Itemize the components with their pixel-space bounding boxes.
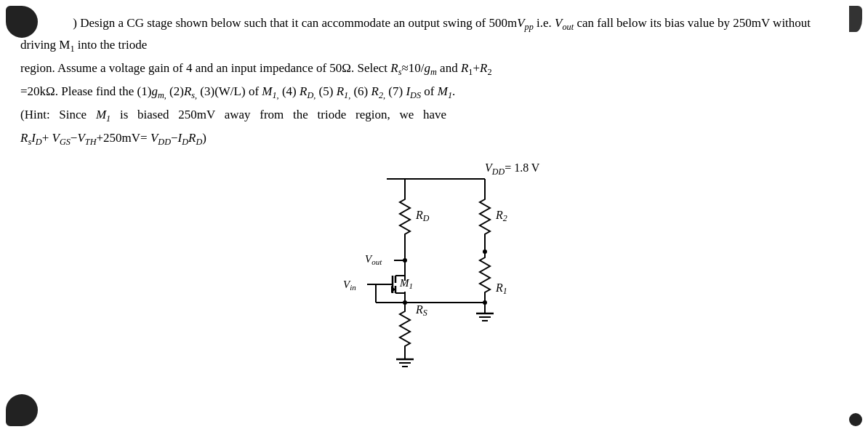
circuit-svg: VDD= 1.8 V RD R2 Vout (260, 157, 608, 368)
line1: ) Design a CG stage shown below such tha… (20, 13, 848, 57)
vout-label-text: Vout (365, 253, 382, 266)
r1-resistor (480, 252, 490, 303)
line3: =20kΩ. Please find the (1)gm, (2)Rs, (3)… (20, 81, 848, 103)
circuit-diagram-container: VDD= 1.8 V RD R2 Vout (20, 157, 848, 368)
r1-label-text: R1 (495, 281, 507, 296)
line4: (Hint: Since M1 is biased 250mV away fro… (20, 105, 848, 127)
rs-resistor (400, 306, 410, 352)
rd-resistor (400, 193, 410, 241)
problem-text: ) Design a CG stage shown below such tha… (20, 13, 848, 150)
r2-resistor (480, 193, 490, 252)
line2: region. Assume a voltage gain of 4 and a… (20, 58, 848, 80)
r2-label-text: R2 (495, 209, 507, 223)
junction-source-ground (403, 300, 407, 305)
vin-label-text: Vin (343, 279, 356, 292)
rs-label-text: RS (415, 303, 427, 318)
rd-label-text: RD (415, 209, 430, 223)
page-content: ) Design a CG stage shown below such tha… (0, 0, 868, 375)
vdd-label: VDD= 1.8 V (485, 161, 540, 177)
corner-decoration-bottom-right (849, 413, 862, 426)
corner-decoration-bottom-left (6, 394, 38, 426)
m1-label-text: M1 (399, 277, 413, 290)
line5: RsID+ VGS−VTH+250mV= VDD−IDRD) (20, 128, 848, 150)
corner-decoration-top-right (849, 6, 862, 32)
corner-decoration-top-left (6, 6, 38, 38)
